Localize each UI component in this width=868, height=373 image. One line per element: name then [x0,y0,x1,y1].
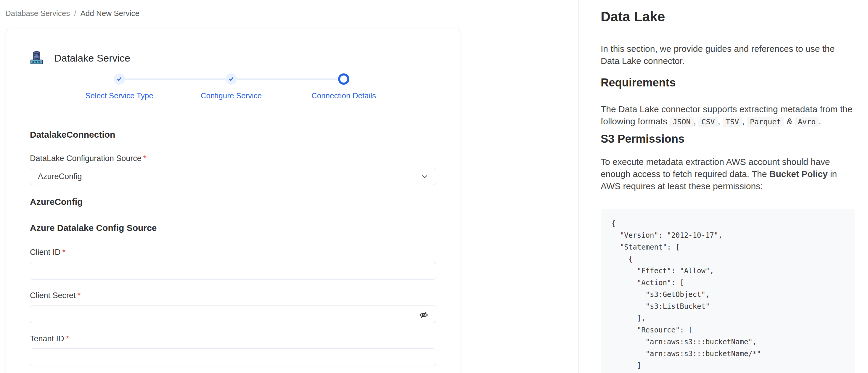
format-chip: CSV [699,117,718,127]
format-chip: Avro [795,117,818,127]
step-label-connection-details: Connection Details [284,91,403,100]
bucket-policy-code-block: { "Version": "2012-10-17", "Statement": … [601,209,855,373]
format-chip: Parquet [747,117,784,127]
breadcrumb-separator: / [74,9,76,18]
s3-permissions-paragraph: To execute metadata extraction AWS accou… [601,156,855,192]
required-asterisk: * [66,334,69,343]
stepper-connector [234,79,341,80]
documentation-panel: Data Lake In this section, we provide gu… [579,0,868,373]
eye-slash-icon [418,310,429,320]
azure-config-subtitle: AzureConfig [30,196,436,208]
required-asterisk: * [78,291,81,300]
step-configure-service-dot[interactable] [225,73,237,85]
tenant-id-input[interactable] [30,348,436,366]
service-title: Datalake Service [54,53,130,64]
config-source-selected-value: AzureConfig [38,172,82,181]
check-icon [228,76,235,82]
step-label-select-service-type[interactable]: Select Service Type [60,91,179,100]
requirements-heading: Requirements [601,76,855,89]
required-asterisk: * [62,248,66,257]
bucket-policy-code: { "Version": "2012-10-17", "Statement": … [611,218,846,372]
step-label-configure-service[interactable]: Configure Service [172,91,290,100]
client-id-input[interactable] [30,262,436,280]
azure-datalake-config-source-heading: Azure Datalake Config Source [30,222,436,234]
breadcrumb-add-new-service: Add New Service [80,9,139,18]
required-asterisk: * [143,154,147,163]
service-header: Datalake Service [30,50,436,66]
stepper: Select Service Type Configure Service Co… [30,73,437,105]
step-connection-details-dot [338,73,349,85]
s3-permissions-heading: S3 Permissions [601,132,855,146]
datalake-icon [30,50,43,66]
chevron-down-icon [421,173,429,181]
supported-formats-paragraph: The Data Lake connector supports extract… [601,103,855,128]
tenant-id-label: Tenant ID* [30,334,436,344]
format-chip: TSV [723,117,742,127]
connection-section-title: DatalakeConnection [30,129,436,140]
client-id-label: Client ID* [30,247,436,257]
config-source-select[interactable]: AzureConfig [30,168,436,185]
client-secret-label: Client Secret* [30,290,436,301]
format-chip: JSON [670,117,693,127]
step-select-service-type-dot[interactable] [114,73,125,85]
breadcrumb-database-services[interactable]: Database Services [5,9,70,18]
breadcrumb: Database Services / Add New Service [5,9,140,18]
service-form-card: Datalake Service Select Service Type Con… [6,29,460,373]
stepper-connector [122,79,229,80]
client-secret-input[interactable] [30,305,436,323]
docs-intro: In this section, we provide guides and r… [601,43,855,67]
docs-title: Data Lake [601,9,855,24]
config-source-label: DataLake Configuration Source* [30,153,436,163]
toggle-password-visibility-button[interactable] [418,310,430,320]
client-secret-field [30,305,436,323]
bucket-policy-bold: Bucket Policy [769,169,828,179]
check-icon [116,76,123,82]
